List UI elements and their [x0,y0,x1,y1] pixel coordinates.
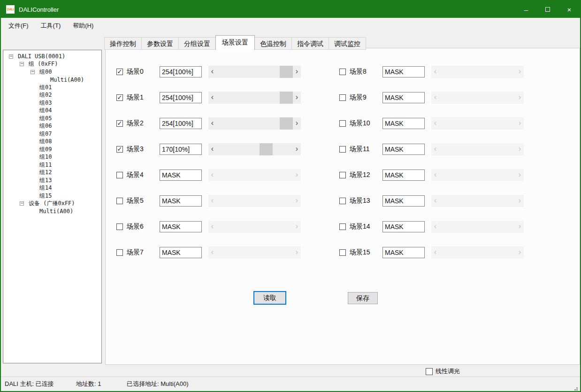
scene-checkbox[interactable] [339,249,346,256]
tree-item[interactable]: 组12 [3,169,101,177]
scroll-right-icon[interactable]: › [293,66,301,78]
scroll-right-icon[interactable]: › [293,143,301,155]
menu-item[interactable]: 文件(F) [2,18,35,34]
scroll-right-icon: › [516,169,524,181]
tree-item[interactable]: 组01 [3,84,101,92]
read-button[interactable]: 读取 [253,291,286,305]
scene-value-input[interactable] [382,118,425,129]
scene-checkbox[interactable] [116,223,123,230]
scene-value-input[interactable] [160,169,202,181]
tree-item[interactable]: 组13 [3,177,101,184]
scene-value-input[interactable] [160,144,202,155]
scene-slider[interactable]: ‹› [208,117,301,130]
scene-checkbox[interactable] [116,198,123,204]
tab-色温控制[interactable]: 色温控制 [254,37,292,50]
scene-checkbox[interactable] [339,172,346,178]
scene-value-input[interactable] [382,144,425,155]
scroll-left-icon: ‹ [431,169,439,181]
scene-value-input[interactable] [160,221,202,232]
tab-strip: 操作控制参数设置分组设置场景设置色温控制指令调试调试监控 [105,35,366,50]
resize-grip-icon[interactable] [576,387,578,389]
scene-checkbox[interactable] [116,249,123,256]
maximize-button[interactable] [537,1,558,18]
tab-操作控制[interactable]: 操作控制 [104,37,142,50]
tree-item[interactable]: 组07 [3,130,101,138]
scroll-left-icon: ‹ [208,169,216,181]
scene-checkbox[interactable]: ✓ [116,94,123,101]
tree-item-label: 组02 [39,91,52,99]
tree-item[interactable]: Multi(A00) [3,76,101,84]
tree-item[interactable]: Multi(A00) [3,208,101,215]
tree-item[interactable]: 组03 [3,99,101,107]
tree-item[interactable]: 组06 [3,123,101,131]
scene-value-input[interactable] [160,118,202,129]
scene-value-input[interactable] [382,247,425,258]
scene-row: 场景14‹› [339,214,541,239]
tree-item[interactable]: 组09 [3,146,101,154]
scene-checkbox[interactable] [339,146,346,153]
scroll-left-icon[interactable]: ‹ [208,143,216,155]
scene-checkbox[interactable] [339,223,346,230]
scene-value-input[interactable] [160,66,202,77]
slider-thumb[interactable] [280,92,293,104]
tree-item[interactable]: −DALI USB(0001) [3,53,101,61]
title-bar: DALI DALIController – × [1,1,580,18]
scroll-left-icon[interactable]: ‹ [208,92,216,104]
menu-item[interactable]: 帮助(H) [67,18,99,34]
scene-value-input[interactable] [160,247,202,258]
tab-场景设置[interactable]: 场景设置 [215,35,255,50]
tree-item[interactable]: −组00 [3,68,101,76]
tab-指令调试[interactable]: 指令调试 [291,37,329,50]
tree-item[interactable]: 组11 [3,161,101,169]
close-button[interactable]: × [558,1,580,18]
scene-value-input[interactable] [160,195,202,207]
tree-item[interactable]: 组02 [3,92,101,100]
scene-slider[interactable]: ‹› [208,66,301,78]
tree-item[interactable]: −设备 (广播0xFF) [3,200,101,208]
minimize-button[interactable]: – [515,1,537,18]
scene-checkbox[interactable]: ✓ [116,146,123,153]
scroll-right-icon[interactable]: › [293,117,301,130]
scene-checkbox[interactable] [116,172,123,178]
linear-dimming-label: 线性调光 [436,367,460,376]
menu-item[interactable]: 工具(T) [35,18,67,34]
scene-slider[interactable]: ‹› [208,143,301,155]
tree-item[interactable]: 组05 [3,115,101,123]
collapse-icon[interactable]: − [20,62,24,66]
tree-item[interactable]: 组15 [3,192,101,200]
scene-checkbox[interactable]: ✓ [116,120,123,127]
scene-column-left: ✓场景0‹›✓场景1‹›✓场景2‹›✓场景3‹›场景4‹›场景5‹›场景6‹›场… [116,59,318,265]
scene-checkbox[interactable] [339,94,346,101]
scene-checkbox[interactable] [339,120,346,127]
slider-thumb[interactable] [260,143,273,155]
scene-value-input[interactable] [160,92,202,103]
collapse-icon[interactable]: − [9,54,13,59]
tree-item[interactable]: −组 (0xFF) [3,61,101,69]
scene-checkbox[interactable] [339,198,346,204]
collapse-icon[interactable]: − [31,70,35,74]
slider-thumb[interactable] [280,117,293,130]
scroll-left-icon[interactable]: ‹ [208,117,216,130]
linear-dimming-checkbox[interactable] [426,368,433,375]
tab-分组设置[interactable]: 分组设置 [178,37,216,50]
scene-value-input[interactable] [382,221,425,232]
tree-item[interactable]: 组08 [3,138,101,146]
scroll-right-icon[interactable]: › [293,92,301,104]
tab-参数设置[interactable]: 参数设置 [141,37,179,50]
scene-slider[interactable]: ‹› [208,92,301,104]
scene-value-input[interactable] [382,92,425,103]
tree-item[interactable]: 组10 [3,154,101,161]
slider-thumb[interactable] [280,66,293,78]
tab-调试监控[interactable]: 调试监控 [329,37,366,50]
scene-value-input[interactable] [382,195,425,207]
collapse-icon[interactable]: − [20,201,24,206]
scene-checkbox[interactable]: ✓ [116,69,123,75]
scroll-left-icon[interactable]: ‹ [208,66,216,78]
scene-checkbox[interactable] [339,69,346,75]
tree-item[interactable]: 组14 [3,184,101,192]
scene-value-input[interactable] [382,169,425,181]
save-button[interactable]: 保存 [348,292,378,304]
scene-value-input[interactable] [382,66,425,77]
tree-item[interactable]: 组04 [3,107,101,115]
tree-item-label: 组14 [39,184,52,192]
